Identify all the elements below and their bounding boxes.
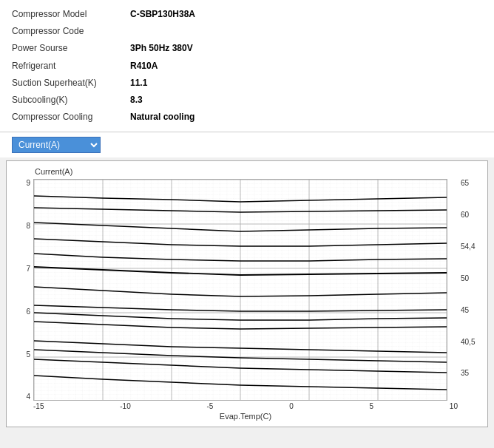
right-label-405: 40,5 <box>461 338 481 346</box>
x-label-neg10: -10 <box>120 402 130 410</box>
right-axis-labels: 65 60 54,4 50 45 40,5 35 <box>458 179 481 401</box>
x-axis-area: -15 -10 -5 0 5 10 Evap.Temp(C) <box>33 402 458 421</box>
compressor-cooling-row: Compressor Cooling Natural cooling <box>12 109 482 126</box>
y-label-5: 5 <box>13 350 30 359</box>
x-label-neg5: -5 <box>206 402 213 410</box>
compressor-cooling-value: Natural cooling <box>130 110 194 124</box>
suction-superheat-row: Suction Superheat(K) 11.1 <box>12 75 482 92</box>
dropdown-row: Current(A) Power(W) EER <box>0 132 494 157</box>
compressor-model-row: Compressor Model C-SBP130H38A <box>12 6 482 23</box>
x-axis-labels: -15 -10 -5 0 5 10 <box>33 402 458 410</box>
refrigerant-row: Refrigerant R410A <box>12 58 482 75</box>
subcooling-value: 8.3 <box>130 93 143 107</box>
compressor-model-label: Compressor Model <box>12 7 130 21</box>
y-label-8: 8 <box>13 222 30 230</box>
refrigerant-value: R410A <box>130 59 158 73</box>
refrigerant-label: Refrigerant <box>12 59 130 73</box>
y-label-4: 4 <box>13 393 30 401</box>
y-label-6: 6 <box>13 308 30 316</box>
chart-type-dropdown[interactable]: Current(A) Power(W) EER <box>12 137 101 153</box>
compressor-cooling-label: Compressor Cooling <box>12 110 130 124</box>
chart-svg-wrapper <box>33 179 458 401</box>
x-label-0: 0 <box>289 402 294 410</box>
info-section: Compressor Model C-SBP130H38A Compressor… <box>0 0 494 132</box>
y-label-7: 7 <box>13 265 30 273</box>
compressor-code-row: Compressor Code <box>12 23 482 40</box>
x-label-5: 5 <box>370 402 374 410</box>
compressor-code-label: Compressor Code <box>12 24 130 38</box>
right-label-50: 50 <box>461 274 481 282</box>
chart-area: 9 8 7 6 5 4 <box>13 179 481 401</box>
right-label-65: 65 <box>461 179 481 187</box>
right-label-544: 54,4 <box>461 242 481 251</box>
y-label-9: 9 <box>13 179 30 187</box>
chart-title: Current(A) <box>35 167 481 176</box>
x-axis-title: Evap.Temp(C) <box>33 412 458 421</box>
power-source-value: 3Ph 50Hz 380V <box>130 41 193 55</box>
subcooling-label: Subcooling(K) <box>12 93 130 107</box>
suction-superheat-value: 11.1 <box>130 76 147 90</box>
power-source-row: Power Sourse 3Ph 50Hz 380V <box>12 40 482 57</box>
y-axis-labels: 9 8 7 6 5 4 <box>13 179 33 401</box>
compressor-model-value: C-SBP130H38A <box>130 7 195 21</box>
right-label-35: 35 <box>461 369 481 377</box>
right-label-60: 60 <box>461 211 481 219</box>
right-label-45: 45 <box>461 306 481 314</box>
x-label-neg15: -15 <box>33 402 44 410</box>
subcooling-row: Subcooling(K) 8.3 <box>12 92 482 109</box>
chart-svg <box>33 179 447 401</box>
power-source-label: Power Sourse <box>12 41 130 55</box>
chart-container: Current(A) 9 8 7 6 5 4 <box>6 160 488 427</box>
x-label-10: 10 <box>450 402 458 410</box>
suction-superheat-label: Suction Superheat(K) <box>12 76 130 90</box>
